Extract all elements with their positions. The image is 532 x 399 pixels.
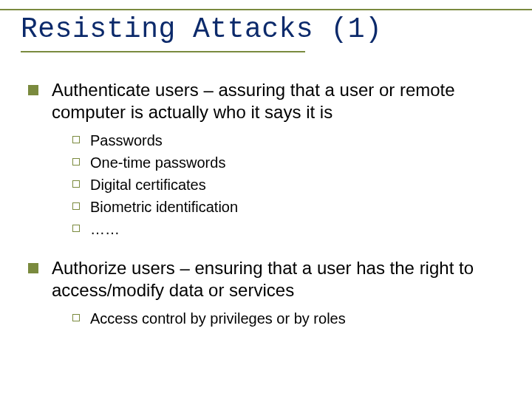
hollow-square-bullet-icon xyxy=(72,202,80,210)
hollow-square-bullet-icon xyxy=(72,314,80,321)
title-area: Resisting Attacks (1) xyxy=(21,13,511,52)
list-item-text: Digital certificates xyxy=(90,175,206,195)
list-item-text: Passwords xyxy=(90,131,163,151)
list-item: Authorize users – ensuring that a user h… xyxy=(28,257,511,301)
list-item: Passwords xyxy=(72,131,511,151)
hollow-square-bullet-icon xyxy=(72,136,80,143)
hollow-square-bullet-icon xyxy=(72,225,80,232)
hollow-square-bullet-icon xyxy=(72,158,80,166)
hollow-square-bullet-icon xyxy=(72,180,80,188)
sublist: Access control by privileges or by roles xyxy=(72,309,511,329)
slide: Resisting Attacks (1) Authenticate users… xyxy=(0,0,532,399)
square-bullet-icon xyxy=(28,85,38,95)
list-item-text: Authorize users – ensuring that a user h… xyxy=(52,257,511,301)
rule-bottom xyxy=(21,51,305,52)
list-item-text: One-time passwords xyxy=(90,153,225,173)
slide-title: Resisting Attacks (1) xyxy=(21,13,511,50)
list-item: …… xyxy=(72,219,511,239)
list-item: Authenticate users – assuring that a use… xyxy=(28,79,511,123)
list-item-text: …… xyxy=(90,219,120,239)
square-bullet-icon xyxy=(28,263,38,273)
list-item: Access control by privileges or by roles xyxy=(72,309,511,329)
rule-top xyxy=(0,9,532,10)
list-item: Biometric identification xyxy=(72,197,511,217)
list-item: Digital certificates xyxy=(72,175,511,195)
list-item-text: Biometric identification xyxy=(90,197,238,217)
content-area: Authenticate users – assuring that a use… xyxy=(21,79,511,329)
sublist: Passwords One-time passwords Digital cer… xyxy=(72,131,511,239)
list-item-text: Access control by privileges or by roles xyxy=(90,309,346,329)
list-item: One-time passwords xyxy=(72,153,511,173)
list-item-text: Authenticate users – assuring that a use… xyxy=(52,79,511,123)
